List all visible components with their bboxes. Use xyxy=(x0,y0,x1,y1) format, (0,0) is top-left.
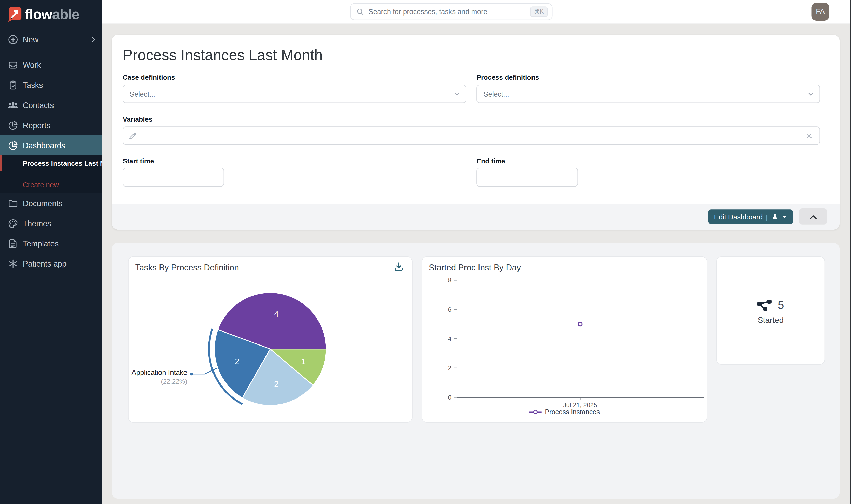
search-icon xyxy=(356,8,364,16)
svg-text:4: 4 xyxy=(274,309,279,319)
started-label: Started xyxy=(717,316,825,325)
pie-chart-card: Tasks By Process Definition 4221Applicat… xyxy=(128,256,413,423)
sidebar-item-label: New xyxy=(23,35,38,43)
sidebar-item-label: Reports xyxy=(23,121,50,129)
palette-icon xyxy=(8,218,19,229)
pie-chart-icon xyxy=(8,140,19,151)
svg-text:4: 4 xyxy=(448,335,452,342)
sidebar-item-tasks[interactable]: Tasks xyxy=(0,75,102,95)
main-content: Process Instances Last Month Case defini… xyxy=(102,24,851,504)
chevron-up-icon xyxy=(809,213,818,220)
flowable-logo[interactable]: flowable xyxy=(0,0,102,29)
sidebar-submenu: Process Instances Last MonthCreate new xyxy=(0,155,102,193)
svg-text:8: 8 xyxy=(448,277,452,284)
svg-text:Jul 21, 2025: Jul 21, 2025 xyxy=(563,401,597,409)
pie-chart-icon xyxy=(8,120,19,131)
svg-text:2: 2 xyxy=(235,357,239,366)
sidebar-nav: NewWorkTasksContactsReportsDashboardsPro… xyxy=(0,29,102,274)
collapse-panel-button[interactable] xyxy=(799,209,827,225)
topbar: Search for processes, tasks and more ⌘K … xyxy=(102,0,851,24)
legend-marker-icon xyxy=(529,409,541,415)
process-definitions-label: Process definitions xyxy=(476,74,539,82)
svg-text:(22.22%): (22.22%) xyxy=(161,378,187,385)
pencil-icon xyxy=(128,131,137,140)
sidebar-item-new[interactable]: New xyxy=(0,29,102,50)
sidebar-item-work[interactable]: Work xyxy=(0,55,102,75)
sidebar-item-label: Work xyxy=(23,61,41,69)
sidebar-item-label: Contacts xyxy=(23,101,54,109)
start-time-input[interactable] xyxy=(123,168,224,187)
experiment-flask-icon xyxy=(771,213,779,221)
process-workflow-icon xyxy=(757,299,772,311)
sidebar-item-themes[interactable]: Themes xyxy=(0,213,102,233)
sidebar-item-label: Templates xyxy=(23,239,59,248)
chevron-down-icon xyxy=(807,89,815,98)
search-placeholder: Search for processes, tasks and more xyxy=(368,8,530,16)
sidebar-item-label: Themes xyxy=(23,219,51,228)
legend-label: Process instances xyxy=(545,408,600,416)
sidebar-item-label: Dashboards xyxy=(23,141,65,149)
svg-text:6: 6 xyxy=(448,306,452,313)
sidebar: flowable NewWorkTasksContactsReportsDash… xyxy=(0,0,102,504)
filter-panel-footer: Edit Dashboard | xyxy=(112,204,839,230)
users-icon xyxy=(8,100,19,111)
filter-panel: Process Instances Last Month Case defini… xyxy=(112,35,839,230)
page-title: Process Instances Last Month xyxy=(123,47,323,64)
clipboard-check-icon xyxy=(8,79,19,90)
select-divider xyxy=(801,88,802,100)
chart-legend[interactable]: Process instances xyxy=(422,408,707,416)
end-time-label: End time xyxy=(476,158,505,165)
dashboard-widgets-panel: Tasks By Process Definition 4221Applicat… xyxy=(112,242,839,499)
chevron-right-icon xyxy=(89,36,97,43)
line-chart-title: Started Proc Inst By Day xyxy=(429,263,521,272)
edit-dashboard-button[interactable]: Edit Dashboard | xyxy=(708,210,793,224)
line-chart-card: Started Proc Inst By Day 02468Jul 21, 20… xyxy=(422,256,707,423)
select-divider xyxy=(448,88,448,100)
svg-text:0: 0 xyxy=(448,394,452,401)
asterisk-icon xyxy=(8,258,19,269)
sidebar-item-patients-app[interactable]: Patients app xyxy=(0,254,102,274)
sidebar-item-documents[interactable]: Documents xyxy=(0,193,102,213)
sidebar-item-label: Documents xyxy=(23,199,62,208)
variables-label: Variables xyxy=(123,116,152,123)
svg-text:Application Intake: Application Intake xyxy=(131,368,187,376)
search-input[interactable]: Search for processes, tasks and more ⌘K xyxy=(350,3,553,20)
logo-text: flowable xyxy=(25,7,79,21)
sidebar-subitem-process-instances-last-month[interactable]: Process Instances Last Month xyxy=(0,155,102,171)
pie-chart[interactable]: 4221Application Intake(22.22%) xyxy=(129,257,413,424)
chevron-down-icon xyxy=(453,89,461,98)
end-time-input[interactable] xyxy=(476,168,578,187)
folder-icon xyxy=(8,198,19,209)
sidebar-item-templates[interactable]: Templates xyxy=(0,233,102,254)
sidebar-item-dashboards[interactable]: Dashboards xyxy=(0,135,102,155)
plus-circle-icon xyxy=(8,34,19,45)
variables-input[interactable] xyxy=(123,126,820,145)
sidebar-item-reports[interactable]: Reports xyxy=(0,115,102,135)
search-shortcut-badge: ⌘K xyxy=(530,7,547,17)
case-definitions-select[interactable]: Select... xyxy=(123,85,466,103)
sidebar-item-label: Patients app xyxy=(23,259,67,268)
clear-icon[interactable] xyxy=(805,132,813,140)
app-root: flowable NewWorkTasksContactsReportsDash… xyxy=(0,0,851,504)
avatar[interactable]: FA xyxy=(811,3,829,21)
started-count: 5 xyxy=(778,299,784,312)
svg-text:2: 2 xyxy=(274,379,279,389)
svg-text:2: 2 xyxy=(448,365,452,372)
create-new-link[interactable]: Create new xyxy=(0,179,102,190)
line-chart: 02468Jul 21, 2025 xyxy=(422,273,708,409)
started-stat-card: 5 Started xyxy=(717,256,825,365)
start-time-label: Start time xyxy=(123,158,154,165)
inbox-icon xyxy=(8,59,19,70)
caret-down-icon xyxy=(782,214,787,219)
sidebar-item-contacts[interactable]: Contacts xyxy=(0,95,102,115)
case-definitions-label: Case definitions xyxy=(123,74,175,82)
process-definitions-select[interactable]: Select... xyxy=(476,85,820,103)
sidebar-item-label: Tasks xyxy=(23,80,43,89)
window-right-edge[interactable] xyxy=(850,0,851,504)
svg-text:1: 1 xyxy=(301,357,306,366)
file-text-icon xyxy=(8,238,19,249)
flowable-logo-icon xyxy=(8,7,22,22)
